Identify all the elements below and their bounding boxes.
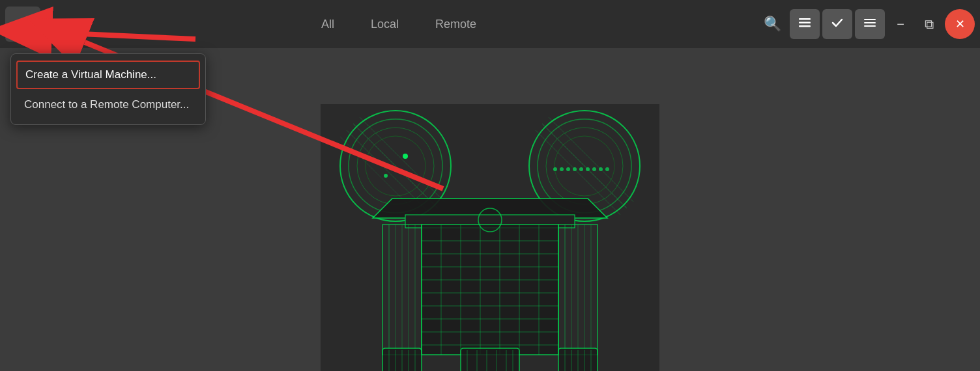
svg-point-15 (403, 154, 408, 159)
toolbar-icons: 🔍 (757, 9, 885, 39)
search-button[interactable]: 🔍 (757, 9, 787, 39)
svg-point-28 (579, 167, 583, 171)
search-icon: 🔍 (764, 16, 781, 33)
svg-rect-76 (461, 348, 519, 371)
list-icon (798, 16, 812, 33)
svg-rect-2 (799, 25, 811, 27)
svg-rect-47 (422, 225, 558, 355)
svg-rect-3 (864, 19, 876, 20)
svg-point-32 (605, 167, 609, 171)
add-button[interactable]: + (5, 7, 40, 42)
close-button[interactable]: ✕ (945, 9, 975, 39)
tab-all[interactable]: All (303, 12, 353, 36)
svg-point-30 (592, 167, 596, 171)
hamburger-icon (863, 16, 877, 33)
svg-point-29 (586, 167, 590, 171)
dropdown-menu: Create a Virtual Machine... Connect to a… (10, 53, 206, 125)
svg-rect-1 (799, 21, 811, 23)
check-view-button[interactable] (822, 9, 852, 39)
svg-point-16 (384, 174, 388, 178)
minimize-button[interactable]: − (887, 11, 914, 37)
svg-rect-5 (864, 25, 876, 27)
titlebar: + All Local Remote 🔍 (0, 0, 980, 48)
create-vm-item[interactable]: Create a Virtual Machine... (16, 61, 200, 89)
connect-remote-item[interactable]: Connect to a Remote Computer... (11, 90, 205, 119)
svg-point-31 (599, 167, 603, 171)
list-view-button[interactable] (790, 9, 820, 39)
circuit-illustration (321, 104, 659, 371)
tab-remote[interactable]: Remote (417, 12, 495, 36)
check-icon (830, 16, 844, 33)
svg-point-27 (573, 167, 577, 171)
svg-point-26 (566, 167, 570, 171)
menu-button[interactable] (855, 9, 885, 39)
tab-local[interactable]: Local (353, 12, 417, 36)
svg-rect-4 (864, 22, 876, 23)
svg-point-25 (560, 167, 564, 171)
nav-tabs: All Local Remote (303, 12, 495, 36)
svg-point-24 (553, 167, 557, 171)
svg-rect-0 (799, 18, 811, 20)
restore-button[interactable]: ⧉ (916, 11, 942, 37)
